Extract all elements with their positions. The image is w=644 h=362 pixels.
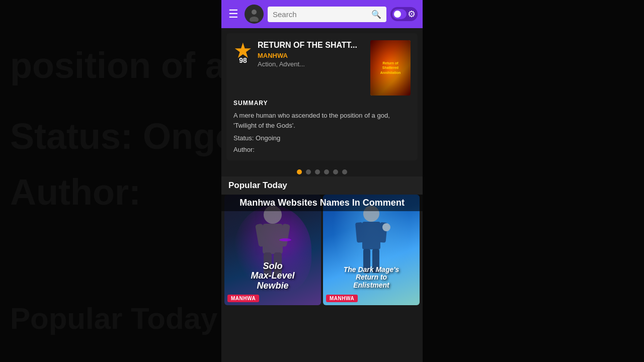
thumbnail-text: Return of Shattered Annihilation xyxy=(378,59,403,76)
summary-text: A mere human who ascended to the positio… xyxy=(233,111,411,130)
svg-point-1 xyxy=(252,10,257,15)
score-badge: ★ 98 xyxy=(233,40,253,64)
svg-point-10 xyxy=(363,206,379,222)
search-input[interactable] xyxy=(273,10,368,19)
svg-point-9 xyxy=(279,238,291,241)
dot-1[interactable] xyxy=(297,169,302,174)
card-top-row: ★ 98 RETURN OF THE SHATT... MANHWA Actio… xyxy=(233,40,411,96)
card-info: RETURN OF THE SHATT... MANHWA Action, Ad… xyxy=(258,40,365,68)
popular-today-header: Popular Today xyxy=(221,176,423,195)
toggle-pill xyxy=(392,9,407,19)
main-content: ★ 98 RETURN OF THE SHATT... MANHWA Actio… xyxy=(221,28,423,362)
status-text: Status: Ongoing xyxy=(233,134,411,142)
toggle-dot xyxy=(394,11,401,18)
left-overlay xyxy=(0,0,221,362)
carousel-dots xyxy=(221,165,423,176)
manga-tag-1: MANHWA xyxy=(227,295,259,302)
gear-icon[interactable]: ⚙ xyxy=(408,9,416,20)
card-type: MANHWA xyxy=(258,52,365,59)
svg-rect-11 xyxy=(362,222,380,249)
author-text: Author: xyxy=(233,146,411,153)
manga-card-2-title: The Dark Mage'sReturn toEnlistment xyxy=(326,266,417,289)
dot-6[interactable] xyxy=(342,169,347,174)
score-number: 98 xyxy=(239,56,247,64)
manga-tag-2: MANHWA xyxy=(326,295,358,302)
card-thumbnail: Return of Shattered Annihilation xyxy=(370,40,411,96)
manga-card-1-title: SoloMax-LevelNewbie xyxy=(227,261,318,291)
dot-5[interactable] xyxy=(333,169,338,174)
summary-label: SUMMARY xyxy=(233,100,411,107)
dot-3[interactable] xyxy=(315,169,320,174)
svg-point-16 xyxy=(382,223,390,231)
dot-4[interactable] xyxy=(324,169,329,174)
dot-2[interactable] xyxy=(306,169,311,174)
theme-toggle[interactable]: ⚙ xyxy=(390,7,418,21)
right-overlay xyxy=(423,0,644,362)
manga-card-2[interactable]: The Dark Mage'sReturn toEnlistment MANHW… xyxy=(323,195,420,305)
main-panel: ☰ 🔍 ⚙ ★ 98 xyxy=(221,0,423,362)
card-genres: Action, Advent... xyxy=(258,60,365,68)
search-icon: 🔍 xyxy=(371,10,381,19)
navbar: ☰ 🔍 ⚙ xyxy=(221,0,423,28)
featured-card[interactable]: ★ 98 RETURN OF THE SHATT... MANHWA Actio… xyxy=(226,33,418,160)
avatar[interactable] xyxy=(245,5,264,24)
search-bar[interactable]: 🔍 xyxy=(268,7,386,22)
svg-rect-4 xyxy=(263,224,283,254)
card-title: RETURN OF THE SHATT... xyxy=(258,40,365,51)
svg-point-3 xyxy=(264,206,282,224)
manga-card-1[interactable]: SoloMax-LevelNewbie MANHWA xyxy=(224,195,321,305)
hamburger-menu-button[interactable]: ☰ xyxy=(226,6,240,23)
popular-grid: Manhwa Websites Names In Comment xyxy=(221,195,423,308)
